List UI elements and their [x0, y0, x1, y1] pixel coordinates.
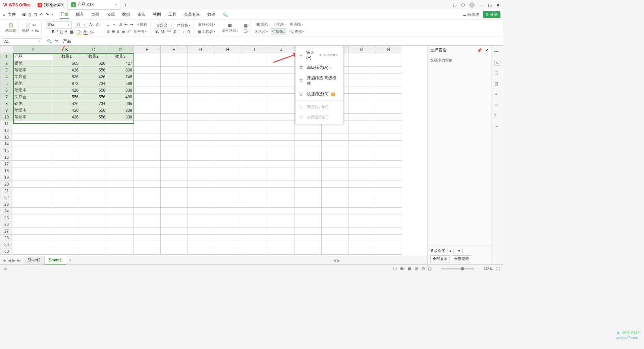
- cell[interactable]: [268, 188, 295, 194]
- merge-button[interactable]: ⊞合并▾: [132, 29, 148, 35]
- cut-icon[interactable]: ✂: [33, 23, 36, 28]
- cell[interactable]: [268, 221, 295, 228]
- orient-icon[interactable]: ⤢: [127, 29, 130, 34]
- cell[interactable]: [161, 188, 187, 194]
- row-header[interactable]: 6: [0, 87, 13, 94]
- col-header[interactable]: I: [241, 46, 268, 53]
- cell[interactable]: 铅笔: [13, 100, 53, 107]
- cell[interactable]: [187, 174, 214, 181]
- tab-template[interactable]: D 找稻壳模板: [34, 0, 68, 10]
- menu-tab-8[interactable]: 会员专享: [183, 10, 201, 19]
- more-qat[interactable]: ▾: [52, 13, 53, 16]
- cell[interactable]: [161, 107, 187, 114]
- search-icon[interactable]: 🔍: [223, 12, 228, 17]
- cell[interactable]: [295, 241, 322, 248]
- cell[interactable]: [348, 53, 375, 60]
- cell[interactable]: [322, 194, 348, 201]
- stack-up[interactable]: ▴: [447, 248, 454, 254]
- cell[interactable]: [214, 194, 241, 201]
- pin-icon[interactable]: 📌: [477, 48, 482, 53]
- cell[interactable]: [80, 120, 107, 127]
- menu-tab-9[interactable]: 效率: [207, 10, 216, 19]
- close-button[interactable]: ✕: [496, 3, 500, 7]
- justify-icon[interactable]: ☰: [121, 29, 125, 34]
- cell[interactable]: [295, 127, 322, 134]
- cell[interactable]: [214, 120, 241, 127]
- cell[interactable]: [13, 154, 53, 161]
- col-header[interactable]: B: [53, 46, 80, 53]
- cell[interactable]: [268, 60, 295, 67]
- undo-icon[interactable]: ↶: [40, 12, 43, 17]
- cell[interactable]: [268, 114, 295, 120]
- cell[interactable]: [295, 188, 322, 194]
- cell[interactable]: [187, 80, 214, 87]
- cell[interactable]: 556: [80, 94, 107, 100]
- cell[interactable]: [348, 214, 375, 221]
- cell[interactable]: [107, 174, 134, 181]
- cell[interactable]: [241, 235, 268, 241]
- cell[interactable]: [134, 80, 161, 87]
- cell[interactable]: 734: [80, 80, 107, 87]
- cell[interactable]: [241, 53, 268, 60]
- cell[interactable]: [13, 147, 53, 154]
- cell[interactable]: [348, 120, 375, 127]
- sheet-next-icon[interactable]: ▶: [12, 258, 15, 263]
- cell[interactable]: [268, 228, 295, 235]
- cell[interactable]: [241, 134, 268, 141]
- cell[interactable]: [161, 114, 187, 120]
- more-icon[interactable]: ⋯: [494, 124, 500, 130]
- cell[interactable]: [13, 228, 53, 235]
- cell[interactable]: [107, 188, 134, 194]
- cell[interactable]: [241, 248, 268, 255]
- cell[interactable]: [214, 201, 241, 208]
- cell[interactable]: [214, 73, 241, 80]
- menu-tab-0[interactable]: 开始: [60, 10, 69, 19]
- condfmt-label[interactable]: 条件格式: [222, 29, 236, 33]
- cell[interactable]: [268, 241, 295, 248]
- cell[interactable]: [268, 194, 295, 201]
- cell[interactable]: [107, 221, 134, 228]
- cell[interactable]: [375, 80, 402, 87]
- col-header[interactable]: E: [134, 46, 161, 53]
- layout-icon[interactable]: ▢: [453, 3, 457, 7]
- cell[interactable]: [187, 127, 214, 134]
- tab-add[interactable]: +: [120, 2, 130, 8]
- cell[interactable]: [295, 221, 322, 228]
- cell[interactable]: [161, 141, 187, 147]
- cell[interactable]: [268, 80, 295, 87]
- cell[interactable]: [295, 208, 322, 214]
- cell[interactable]: [375, 154, 402, 161]
- underline-button[interactable]: U: [60, 30, 63, 34]
- cell[interactable]: 426: [53, 67, 80, 73]
- row-header[interactable]: 11: [0, 120, 13, 127]
- cell[interactable]: 556: [80, 67, 107, 73]
- menu-tab-6[interactable]: 视图: [152, 10, 162, 19]
- cell[interactable]: [187, 235, 214, 241]
- align-left-icon[interactable]: ≡: [107, 29, 110, 34]
- cell[interactable]: [161, 248, 187, 255]
- cell[interactable]: [241, 221, 268, 228]
- cell[interactable]: [348, 127, 375, 134]
- cell[interactable]: [241, 114, 268, 120]
- cell[interactable]: [107, 161, 134, 167]
- cell[interactable]: [348, 235, 375, 241]
- cell[interactable]: [348, 188, 375, 194]
- cell[interactable]: [268, 87, 295, 94]
- cell[interactable]: [107, 141, 134, 147]
- cell[interactable]: [295, 134, 322, 141]
- cell[interactable]: [80, 228, 107, 235]
- cell[interactable]: [161, 53, 187, 60]
- paste-label[interactable]: 粘贴: [22, 28, 30, 33]
- cell[interactable]: [241, 147, 268, 154]
- cell[interactable]: [161, 100, 187, 107]
- cell[interactable]: [348, 248, 375, 255]
- cell[interactable]: [322, 154, 348, 161]
- cell[interactable]: 838: [107, 67, 134, 73]
- cell[interactable]: 数量1: [53, 53, 80, 60]
- cell[interactable]: [375, 147, 402, 154]
- cube-icon[interactable]: ⬡: [461, 3, 465, 7]
- cell[interactable]: [53, 147, 80, 154]
- cell[interactable]: [13, 201, 53, 208]
- cell[interactable]: [134, 161, 161, 167]
- cell[interactable]: [214, 228, 241, 235]
